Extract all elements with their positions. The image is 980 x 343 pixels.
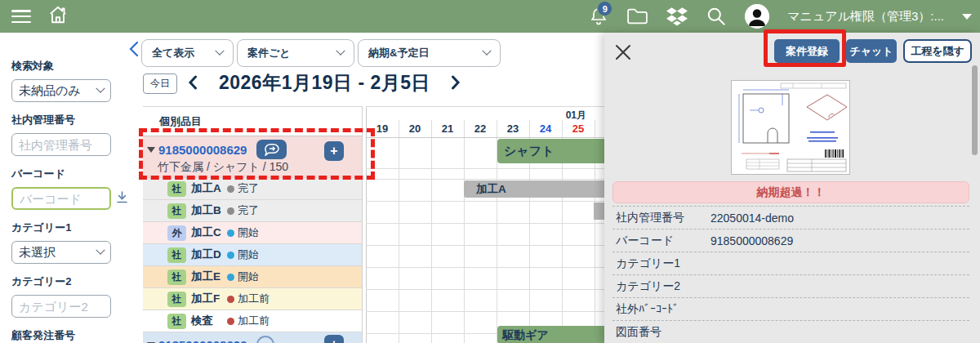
status-dot-before — [227, 296, 234, 303]
prev-period-arrow[interactable] — [188, 75, 198, 93]
notification-count-badge: 9 — [597, 1, 612, 16]
process-row-kakoA[interactable]: 社 加工A 完了 — [143, 178, 362, 200]
grid-line — [431, 120, 432, 343]
process-row-kakoD[interactable]: 社 加工D 開始 — [143, 244, 362, 266]
gantt-day-20: 20 — [399, 122, 431, 135]
item-id-link[interactable]: 9185000008629 — [158, 143, 247, 157]
chevron-down-icon — [215, 47, 224, 56]
collapse-sidebar-icon[interactable] — [128, 41, 140, 60]
search-target-select[interactable]: 未納品のみ — [11, 79, 111, 102]
app-root: 9 マニュアル権限（管理3）:... 検索対象 未納品のみ 社内管理番号 — [0, 0, 980, 343]
add-process-button[interactable]: + — [324, 335, 344, 343]
item-id-link[interactable]: 9185000008636 — [158, 338, 247, 343]
process-row-kakoB[interactable]: 社 加工B 完了 — [143, 200, 362, 222]
notifications-bell-icon[interactable]: 9 — [589, 6, 608, 27]
gantt-day-25-sunday: 25 — [562, 122, 595, 135]
field-label: カテゴリー1 — [612, 256, 710, 271]
internal-number-input[interactable] — [11, 133, 111, 156]
register-case-button[interactable]: 案件登録 — [774, 39, 840, 63]
field-value: 22050014-demo — [710, 212, 794, 225]
barcode-label: バーコード — [11, 167, 127, 181]
grid-line — [366, 267, 604, 268]
status-dot-started — [227, 229, 234, 237]
chevron-down-icon — [96, 84, 105, 93]
account-label[interactable]: マニュアル権限（管理3）:... — [787, 9, 944, 24]
customer-order-label: 顧客発注番号 — [11, 328, 127, 343]
location-badge: 社 — [167, 270, 186, 285]
search-icon[interactable] — [706, 6, 727, 27]
gantt-month-label: 01月 — [366, 109, 595, 122]
grid-line — [366, 137, 604, 138]
search-target-value: 未納品のみ — [19, 83, 81, 99]
barcode-input[interactable] — [11, 187, 111, 210]
status-dot-done — [227, 185, 234, 193]
item-row-2[interactable]: 9185000008636 ··· + — [143, 332, 362, 343]
gantt-day-24-saturday: 24 — [529, 122, 562, 135]
drawing-thumbnail[interactable] — [731, 80, 850, 175]
apply-filter-icon[interactable] — [116, 191, 128, 207]
item-table-header: 個別品目 — [143, 106, 362, 136]
home-icon[interactable] — [47, 4, 69, 29]
item-row-1[interactable]: 9185000008629 + 竹下金属 / シャフト / 150 — [143, 136, 362, 178]
account-caret-icon[interactable] — [962, 14, 972, 20]
process-status: 加工前 — [238, 292, 270, 306]
gantt-day-23: 23 — [497, 122, 529, 135]
gantt-day-19: 19 — [366, 122, 399, 135]
process-status: 開始 — [238, 225, 259, 240]
panel-header: 案件登録 チャット 工程を隠す — [604, 33, 980, 72]
gantt-day-22: 22 — [464, 122, 497, 135]
category1-select[interactable]: 未選択 — [11, 241, 111, 264]
avatar[interactable] — [745, 4, 769, 29]
panel-scrollbar[interactable] — [972, 65, 978, 155]
process-status: 完了 — [238, 203, 259, 218]
process-status: 開始 — [238, 247, 259, 262]
location-badge: 社 — [167, 314, 186, 329]
field-label: 社内管理番号 — [612, 211, 710, 225]
field-row: バーコード 9185000008629 — [612, 229, 969, 252]
add-process-button[interactable]: + — [324, 141, 344, 161]
chevron-down-icon — [96, 246, 105, 255]
gantt-chart: 01月 19 20 21 22 23 24 25 シャフト 加工A 駆動ギア — [366, 106, 604, 343]
field-label: バーコード — [612, 234, 710, 248]
process-row-kensa[interactable]: 社 検査 加工前 — [143, 310, 362, 332]
status-dot-started — [227, 274, 234, 281]
process-name: 加工D — [191, 247, 225, 262]
folder-icon[interactable] — [626, 7, 648, 26]
next-period-arrow[interactable] — [451, 75, 461, 93]
category2-input[interactable] — [11, 295, 111, 318]
menu-icon[interactable] — [11, 10, 31, 23]
overdue-alert: 納期超過！！ — [612, 181, 969, 203]
today-button[interactable]: 今日 — [143, 74, 177, 94]
grid-line — [366, 223, 604, 224]
filter-sidebar: 検索対象 未納品のみ 社内管理番号 バーコード カテゴリー1 未選択 カテゴリー… — [0, 33, 127, 343]
process-row-kakoE[interactable]: 社 加工E 開始 — [143, 266, 362, 288]
field-label: 図面番号 — [612, 325, 710, 340]
chat-button[interactable]: チャット — [846, 39, 897, 63]
hide-process-button[interactable]: 工程を隠す — [903, 39, 972, 63]
grid-line — [366, 201, 604, 202]
dropbox-icon[interactable] — [666, 7, 688, 26]
gantt-bar-shaft[interactable]: シャフト — [497, 139, 604, 163]
field-row: カテゴリー2 — [612, 275, 969, 298]
process-name: 加工F — [191, 292, 225, 306]
status-dot-before — [227, 318, 234, 325]
gantt-bar-kakoB-partial[interactable] — [594, 203, 604, 220]
gantt-bar-kakoA[interactable]: 加工A — [464, 180, 604, 198]
chevron-down-icon — [336, 47, 345, 56]
view-filter-dropdown[interactable]: 全て表示 — [141, 39, 234, 67]
collapse-triangle-icon[interactable] — [147, 147, 155, 153]
item-chat-icon[interactable] — [256, 140, 287, 159]
group-filter-dropdown[interactable]: 案件ごと — [237, 39, 354, 67]
process-row-kakoC[interactable]: 外 加工C 開始 — [143, 222, 362, 244]
field-label: カテゴリー2 — [612, 279, 710, 294]
gantt-bar-kudogear[interactable]: 駆動ギア — [497, 326, 604, 343]
close-icon[interactable] — [614, 43, 632, 61]
field-row: 社内管理番号 22050014-demo — [612, 207, 969, 229]
process-row-kakoF[interactable]: 社 加工F 加工前 — [143, 288, 362, 310]
more-options-icon[interactable]: ··· — [256, 336, 274, 343]
date-filter-dropdown[interactable]: 納期&予定日 — [358, 39, 501, 67]
location-badge: 社 — [167, 292, 186, 307]
grid-line — [399, 120, 399, 343]
topbar: 9 マニュアル権限（管理3）:... — [0, 0, 980, 33]
field-row: 社外ﾊﾞｰｺｰﾄﾞ — [612, 298, 969, 321]
